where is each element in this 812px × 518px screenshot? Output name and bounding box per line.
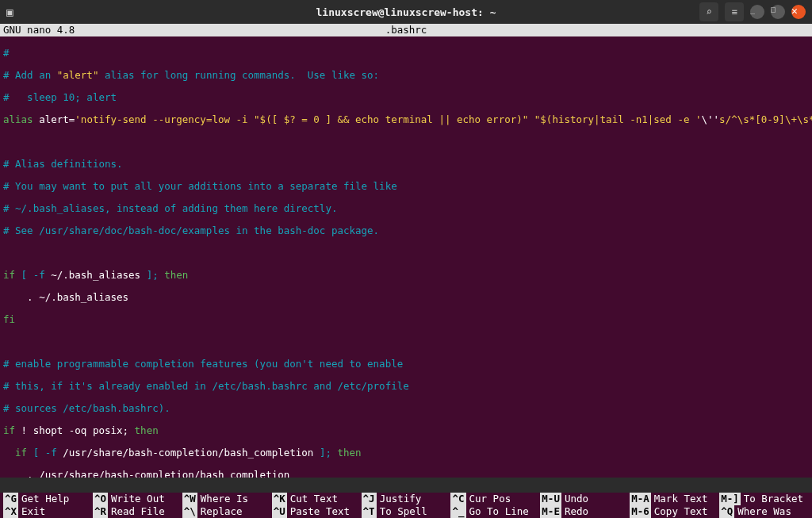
search-button[interactable]: ⌕ — [699, 2, 718, 21]
shortcut-key[interactable]: M-E — [540, 505, 561, 518]
shortcut-label: To Bracket — [744, 493, 803, 505]
shortcut-key[interactable]: ^_ — [450, 505, 465, 518]
shortcut-key[interactable]: ^W — [182, 493, 197, 505]
shortcut-col-0: ^GGet Help ^XExit — [3, 493, 93, 518]
shortcut-label: Go To Line — [469, 505, 529, 518]
code-text — [3, 447, 15, 459]
shortcut-col-4: ^JJustify ^TTo Spell — [362, 493, 451, 518]
editor-area[interactable]: # # Add an "alert" alias for long runnin… — [0, 36, 812, 478]
code-comment: # Alias definitions. — [3, 158, 123, 170]
shortcut-key[interactable]: ^\ — [182, 505, 197, 518]
nano-shortcuts: ^GGet Help ^XExit ^OWrite Out ^RRead Fil… — [0, 493, 812, 518]
shortcut-col-1: ^OWrite Out ^RRead File — [93, 493, 182, 518]
maximize-icon: □ — [771, 5, 776, 13]
shortcut-key[interactable]: ^Q — [719, 505, 734, 518]
code-keyword: if — [3, 269, 15, 281]
shortcut-key[interactable]: M-] — [719, 493, 741, 505]
shortcut-col-5: ^CCur Pos ^_Go To Line — [450, 493, 540, 518]
minimize-icon: _ — [750, 5, 755, 13]
shortcut-col-2: ^WWhere Is ^\Replace — [182, 493, 272, 518]
code-text: ; — [123, 424, 135, 436]
close-button[interactable]: ✕ — [791, 5, 806, 19]
code-keyword: then — [164, 269, 188, 281]
code-comment: # — [3, 47, 10, 59]
shortcut-key[interactable]: M-U — [540, 493, 561, 505]
code-keyword: fi — [3, 313, 15, 325]
shortcut-key[interactable]: ^X — [3, 505, 18, 518]
shortcut-key[interactable]: ^J — [362, 493, 377, 505]
shortcut-label: Get Help — [21, 493, 69, 505]
code-text: [ -f — [15, 269, 51, 281]
shortcut-label: Mark Text — [654, 493, 708, 505]
close-icon: ✕ — [791, 5, 798, 17]
code-keyword: if — [3, 424, 15, 436]
code-comment: # this, if it's already enabled in /etc/… — [3, 380, 409, 392]
shortcut-col-3: ^KCut Text ^UPaste Text — [272, 493, 362, 518]
titlebar-right: ⌕ ≡ _ □ ✕ — [647, 2, 806, 21]
menu-button[interactable]: ≡ — [725, 2, 744, 21]
code-text: [ -f — [27, 447, 63, 459]
code-text: . — [3, 469, 39, 478]
nano-version: GNU nano 4.8 — [3, 24, 162, 36]
shortcut-key[interactable]: ^C — [450, 493, 465, 505]
shortcut-label: Copy Text — [654, 505, 708, 518]
shortcut-col-8: M-]To Bracket ^QWhere Was — [719, 493, 809, 518]
window-title: linuxscrew@linuxscrew-host: ~ — [165, 6, 647, 18]
shortcut-key[interactable]: M-A — [630, 493, 651, 505]
shortcut-key[interactable]: ^K — [272, 493, 287, 505]
code-string: s/^\s*[0-9]\+\s*//;s/[;&|]\s* — [719, 113, 812, 125]
titlebar-left: ▣ — [6, 6, 165, 18]
shortcut-key[interactable]: ^T — [362, 505, 377, 518]
shortcut-key[interactable]: ^O — [93, 493, 108, 505]
code-text: ~/.bash_aliases — [39, 291, 128, 303]
code-text: ]; — [140, 269, 164, 281]
code-comment: # See /usr/share/doc/bash-doc/examples i… — [3, 224, 379, 236]
shortcut-key[interactable]: M-6 — [630, 505, 651, 518]
shortcut-label: Cut Text — [290, 493, 338, 505]
code-comment: # sleep 10; alert — [3, 91, 117, 103]
shortcut-label: Justify — [380, 493, 422, 505]
window-titlebar: ▣ linuxscrew@linuxscrew-host: ~ ⌕ ≡ _ □ … — [0, 0, 812, 24]
shortcut-label: Paste Text — [290, 505, 350, 518]
code-keyword: then — [337, 447, 361, 459]
code-text: ! — [15, 424, 33, 436]
code-text: alert= — [33, 113, 75, 125]
shortcut-col-6: M-UUndo M-ERedo — [540, 493, 630, 518]
shortcut-label: Where Was — [737, 505, 791, 518]
code-text: ]; — [313, 447, 337, 459]
code-keyword: if — [15, 447, 27, 459]
search-icon: ⌕ — [706, 6, 711, 17]
shortcut-key[interactable]: ^R — [93, 505, 108, 518]
code-comment: alias for long running commands. Use lik… — [98, 69, 379, 81]
code-text: /usr/share/bash-completion/bash_completi… — [39, 469, 289, 478]
shortcut-label: Redo — [565, 505, 588, 518]
code-text: \'' — [702, 113, 720, 125]
code-string: "alert" — [57, 69, 99, 81]
shortcut-key[interactable]: ^U — [272, 505, 287, 518]
shortcut-label: Exit — [21, 505, 45, 518]
minimize-button[interactable]: _ — [750, 5, 764, 19]
nano-filename: .bashrc — [162, 24, 650, 36]
code-keyword: alias — [3, 113, 33, 125]
code-text: shopt -oq posix — [33, 424, 123, 436]
shortcut-label: Write Out — [111, 493, 165, 505]
shortcut-key[interactable]: ^G — [3, 493, 18, 505]
shortcut-label: Replace — [201, 505, 243, 518]
code-comment: # You may want to put all your additions… — [3, 180, 397, 192]
code-keyword: then — [135, 424, 159, 436]
maximize-button[interactable]: □ — [771, 5, 785, 19]
shortcut-label: Read File — [111, 505, 165, 518]
code-text: /usr/share/bash-completion/bash_completi… — [63, 447, 313, 459]
shortcut-col-7: M-AMark Text M-6Copy Text — [630, 493, 719, 518]
code-text: . — [3, 291, 39, 303]
nano-header: GNU nano 4.8 .bashrc — [0, 24, 812, 36]
shortcut-label: Where Is — [201, 493, 248, 505]
code-comment: # sources /etc/bash.bashrc). — [3, 402, 170, 414]
shortcut-label: Undo — [565, 493, 588, 505]
code-text: ~/.bash_aliases — [51, 269, 140, 281]
code-comment: # enable programmable completion feature… — [3, 358, 403, 370]
terminal-icon: ▣ — [6, 6, 13, 18]
shortcut-label: To Spell — [380, 505, 427, 518]
code-string: 'notify-send --urgency=low -i "$([ $? = … — [75, 113, 701, 125]
shortcut-label: Cur Pos — [469, 493, 511, 505]
